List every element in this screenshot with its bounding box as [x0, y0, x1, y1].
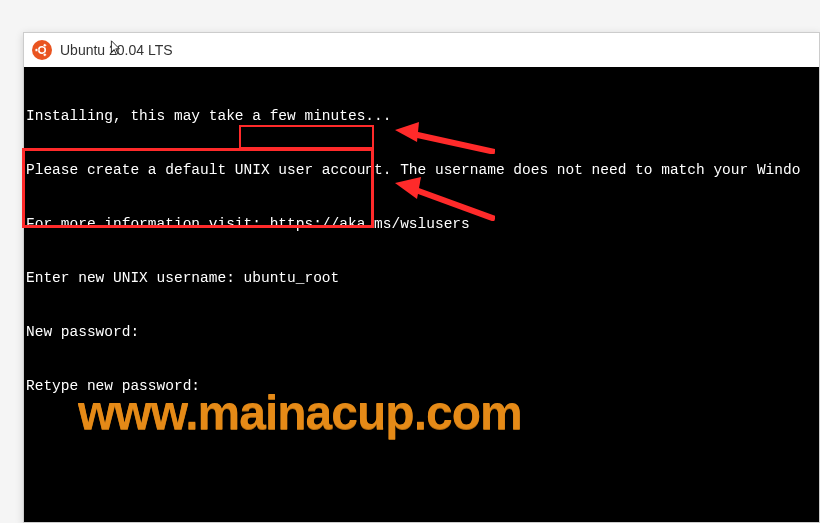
watermark-text: www.mainacup.com — [78, 404, 522, 422]
mouse-cursor-icon — [110, 40, 124, 56]
terminal-output[interactable]: Installing, this may take a few minutes.… — [24, 67, 819, 522]
terminal-line: Enter new UNIX username: ubuntu_root — [26, 269, 817, 287]
window-titlebar[interactable]: Ubuntu 20.04 LTS — [24, 33, 819, 67]
svg-point-4 — [43, 53, 46, 56]
ubuntu-icon — [32, 40, 52, 60]
terminal-line: New password: — [26, 323, 817, 341]
terminal-window: Ubuntu 20.04 LTS Installing, this may ta… — [23, 32, 820, 523]
terminal-line: Installing, this may take a few minutes.… — [26, 107, 817, 125]
terminal-line: Please create a default UNIX user accoun… — [26, 161, 817, 179]
svg-point-3 — [43, 44, 46, 47]
terminal-line: For more information visit: https://aka.… — [26, 215, 817, 233]
svg-point-2 — [35, 48, 38, 51]
